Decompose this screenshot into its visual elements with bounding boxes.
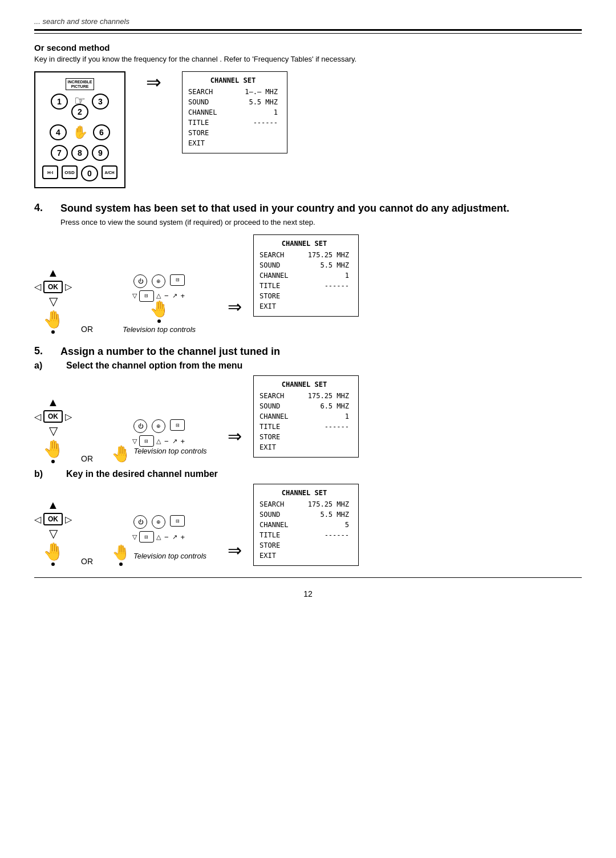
arrow-right-5a: ⇒ [228, 426, 242, 446]
hand-middle: ✋ [70, 124, 90, 140]
channel-set-box-2: CHANNEL SET SEARCH 175.25 MHZ SOUND 5.5 … [253, 234, 359, 317]
nav-middle-row: ◁ OK ▷ [34, 281, 72, 293]
cs2-value-sound: 5.5 MHZ [320, 260, 349, 270]
nav-mid-5b: ◁ OK ▷ [34, 513, 72, 525]
hand-icon-tv-5a: 🤚 [111, 444, 131, 463]
key-4: 4 [50, 124, 67, 140]
tv-r2-5b: ⊟ [139, 531, 154, 543]
hand-nav-1: 🤚 [43, 309, 64, 334]
cs2-value-channel: 1 [345, 270, 349, 281]
section-5a-label-row: a) Select the channel option from the me… [34, 361, 582, 371]
section-5-number: 5. [34, 345, 50, 358]
breadcrumb: ... search and store channels [34, 17, 582, 26]
section-5b-label: b) [34, 469, 57, 479]
tv-plus: + [181, 292, 185, 300]
tv-diag-arrow: ↗ [172, 292, 177, 300]
dot-5a [51, 460, 55, 463]
cs1-row-exit: EXIT [188, 138, 278, 148]
section-4-heading-row: 4. Sound system has been set to that use… [34, 202, 582, 215]
hand-icon-nav-1: 🤚 [43, 309, 64, 329]
cs3-row-channel: CHANNEL 1 [260, 411, 349, 422]
cs1-row-search: SEARCH 1—.— MHZ [188, 87, 278, 97]
channel-set-title-3: CHANNEL SET [260, 381, 349, 388]
cs4-row-title: TITLE ------ [260, 530, 349, 540]
cs4-label-sound: SOUND [260, 509, 280, 520]
nav-dn-5a: ▽ [49, 424, 58, 438]
tv-top-row-5a: ⏻ ⊕ ⊟ [133, 419, 185, 433]
key-9: 9 [92, 145, 109, 161]
cs2-row-channel: CHANNEL 1 [260, 270, 349, 281]
hand-5b: 🤚 [43, 541, 64, 566]
cs1-value-channel: 1 [232, 107, 278, 118]
cs2-row-search: SEARCH 175.25 MHZ [260, 250, 349, 260]
hand-icon-5b: 🤚 [43, 541, 64, 561]
cs4-label-store: STORE [260, 540, 280, 551]
cs3-value-search: 175.25 MHZ [308, 391, 349, 401]
channel-set-box-3: CHANNEL SET SEARCH 175.25 MHZ SOUND 6.5 … [253, 375, 359, 458]
section-5b-label-row: b) Key in the desired channel number [34, 469, 582, 479]
section-4-number: 4. [34, 202, 50, 215]
hand-with-dot-5b: 🤚 [112, 544, 130, 566]
cs1-label-sound: SOUND [188, 97, 209, 107]
nav-up-5b-arrow: ▲ [47, 499, 59, 512]
cs1-row-title: TITLE ------ [188, 118, 278, 128]
cs2-row-sound: SOUND 5.5 MHZ [260, 260, 349, 270]
nav-mid-5a: ◁ OK ▷ [34, 410, 72, 423]
diagram-5a: ▲ ◁ OK ▷ ▽ 🤚 OR ⏻ [34, 375, 582, 463]
cs2-label-channel: CHANNEL [260, 270, 289, 281]
or-text-5a: OR [81, 454, 93, 463]
bottom-divider [34, 577, 582, 578]
or-text-1: OR [81, 325, 93, 334]
tv-arr-5a: ↗ [172, 438, 177, 445]
cs4-label-exit: EXIT [260, 551, 276, 561]
section-5-title: Assign a number to the channel just tune… [60, 345, 280, 358]
nav-ok-btn: OK [43, 281, 63, 293]
cs2-row-store: STORE [260, 291, 349, 301]
cs1-value-title: ------ [232, 118, 278, 128]
hand-tv-1: 🤚 [149, 300, 169, 323]
tv-power-btn: ⏻ [133, 274, 147, 288]
tv-p-5b: + [181, 533, 185, 541]
cs4-label-search: SEARCH [260, 499, 284, 509]
tv-caption-5a: Television top controls [133, 447, 206, 455]
section-4-body: Press once to view the sound system (if … [60, 218, 582, 226]
cs2-row-exit: EXIT [260, 301, 349, 311]
tv-r1-5b: ⊟ [170, 515, 185, 527]
cs3-label-store: STORE [260, 432, 280, 442]
channel-set-title-2: CHANNEL SET [260, 240, 349, 248]
tv-c2-5a: ⊕ [152, 419, 165, 433]
key-row-1: 1 ☞ 2 3 [51, 94, 109, 120]
section-5a-title: Select the channel option from the menu [66, 361, 242, 371]
dot-5b-tv [119, 562, 123, 566]
key-ach: A/CH [102, 165, 117, 179]
key-row-3: 7 8 9 [51, 145, 109, 161]
channel-set-title-4: CHANNEL SET [260, 489, 349, 497]
tv-up-5b: △ [156, 533, 161, 541]
nav-right-5b: ▷ [65, 514, 72, 525]
cs1-row-channel: CHANNEL 1 [188, 107, 278, 118]
key-2-with-hand: ☞ 2 [71, 94, 88, 120]
cs1-value-search: 1—.— MHZ [232, 87, 278, 97]
nav-up-5a: ▲ [47, 396, 59, 409]
tv-top-row-5b: ⏻ ⊕ ⊟ [133, 515, 185, 529]
cs1-value-exit [232, 138, 278, 148]
key-3: 3 [92, 94, 109, 110]
tv-top-controls-5b: ⏻ ⊕ ⊟ ▽ ⊟ △ − ↗ + 🤚 Televi [102, 515, 216, 566]
nav-control-1: ▲ ◁ OK ▷ ▽ 🤚 [34, 266, 72, 334]
second-method-section: Or second method Key in directly if you … [34, 43, 582, 188]
cs2-value-title: ------ [325, 281, 349, 291]
cs4-row-channel: CHANNEL 5 [260, 520, 349, 530]
nav-dn-5b-arrow: ▽ [49, 527, 58, 540]
cs2-label-sound: SOUND [260, 260, 280, 270]
key-8: 8 [71, 145, 88, 161]
tv-top-controls-5a: ⏻ ⊕ ⊟ ▽ ⊟ △ − ↗ + 🤚 Television top contr… [102, 419, 216, 463]
tv-down-tri: ▽ [132, 292, 137, 300]
key-7: 7 [51, 145, 68, 161]
page: ... search and store channels Or second … [0, 0, 616, 858]
or-text-5b: OR [81, 557, 93, 566]
channel-set-box-1: CHANNEL SET SEARCH 1—.— MHZ SOUND 5.5 MH… [182, 71, 287, 153]
cs1-row-sound: SOUND 5.5 MHZ [188, 97, 278, 107]
cs2-value-search: 175.25 MHZ [308, 250, 349, 260]
nav-up-row: ▲ [47, 266, 59, 280]
diagram-second-method: INCREDIBLEPICTURE 1 ☞ 2 3 4 ✋ 6 [34, 71, 582, 188]
